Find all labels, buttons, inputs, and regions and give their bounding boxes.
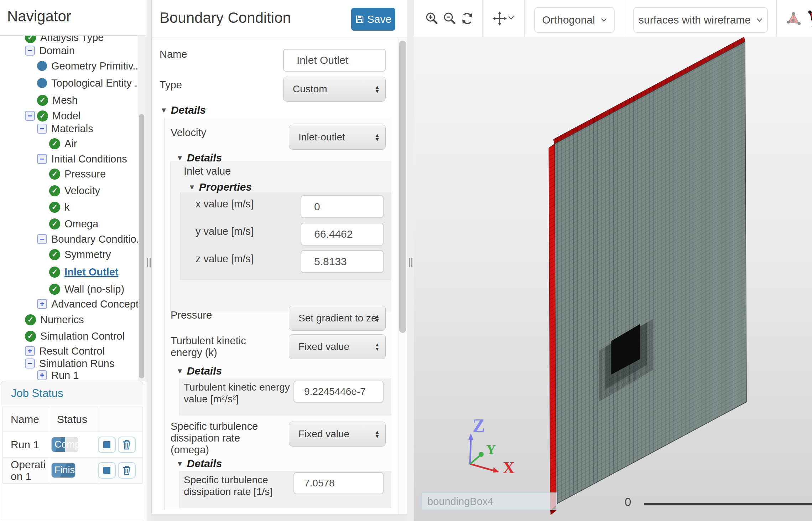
tree-item-omega[interactable]: ✓Omega xyxy=(49,216,98,231)
collapse-icon[interactable]: − xyxy=(25,358,35,368)
stepper-arrows-icon: ▲▼ xyxy=(375,342,380,351)
velocity-select[interactable]: Inlet-outlet ▲▼ xyxy=(289,125,386,150)
navigator-panel: Navigator ✓Analysis Type −Domain Geometr… xyxy=(0,0,146,521)
toolbar-divider xyxy=(482,0,483,37)
y-value-label: y value [m/s] xyxy=(196,226,254,237)
stop-job-button[interactable] xyxy=(98,437,116,453)
chevron-down-icon xyxy=(508,16,514,20)
omega-value-input[interactable] xyxy=(293,472,384,494)
tree-item-run-1[interactable]: +Run 1 xyxy=(37,368,79,382)
navigator-tree: ✓Analysis Type −Domain Geometry Primitiv… xyxy=(0,36,146,382)
toolbar-divider xyxy=(626,0,626,37)
move-tool-button[interactable] xyxy=(491,11,509,26)
z-value-input[interactable] xyxy=(301,250,384,273)
details-section-toggle[interactable]: ▼Details xyxy=(160,104,206,116)
tree-item-boundary-conditions[interactable]: −Boundary Conditio... xyxy=(37,232,145,247)
tree-item-wall-no-slip[interactable]: ✓Wall (no-slip) xyxy=(49,282,124,296)
expand-icon[interactable]: + xyxy=(37,299,47,309)
progress-badge: Computing xyxy=(51,437,78,452)
mesh-quality-button[interactable] xyxy=(786,11,801,27)
job-actions xyxy=(97,432,142,457)
resize-grip-icon[interactable] xyxy=(551,505,556,510)
omega-value-label: Specific turbulence dissipation rate [1/… xyxy=(184,474,291,497)
job-status-header: Job Status xyxy=(1,381,143,405)
view-mode-button[interactable]: Orthogonal xyxy=(534,7,615,33)
properties-section-toggle[interactable]: ▼Properties xyxy=(188,181,252,193)
tree-item-k[interactable]: ✓k xyxy=(49,200,70,215)
stop-job-button[interactable] xyxy=(98,462,116,479)
toolbar-divider xyxy=(524,0,525,37)
zoom-out-button[interactable] xyxy=(442,11,457,26)
collapse-icon[interactable]: − xyxy=(25,46,35,56)
tree-item-pressure[interactable]: ✓Pressure xyxy=(49,166,106,181)
collapse-icon[interactable]: − xyxy=(37,154,47,164)
tke-value-label: Turbulent kinetic energy value [m²/s²] xyxy=(184,381,291,405)
refresh-icon xyxy=(460,11,475,26)
collapse-icon[interactable]: − xyxy=(37,124,47,134)
mesh-clip-button[interactable] xyxy=(805,10,812,29)
expand-icon[interactable]: + xyxy=(25,346,35,356)
tree-item-geometry-primitives[interactable]: Geometry Primitiv... xyxy=(37,58,141,73)
tree-item-initial-conditions[interactable]: −Initial Conditions xyxy=(37,151,127,166)
details-section-toggle[interactable]: ▼Details xyxy=(176,365,222,377)
collapse-icon[interactable]: − xyxy=(25,111,35,121)
tree-item-numerics[interactable]: ✓Numerics xyxy=(25,312,84,327)
inlet-face-left-edge[interactable] xyxy=(549,144,556,510)
name-input[interactable] xyxy=(283,49,386,72)
job-actions xyxy=(97,458,142,483)
column-header-name: Name xyxy=(3,407,49,432)
tke-select[interactable]: Fixed value ▲▼ xyxy=(289,334,386,359)
zoom-in-button[interactable] xyxy=(424,11,439,26)
axis-triad: Z X Y xyxy=(468,416,515,477)
render-mode-button[interactable]: surfaces with wireframe xyxy=(633,7,768,33)
job-progress: Computing xyxy=(49,432,97,457)
check-icon: ✓ xyxy=(49,284,60,295)
check-icon: ✓ xyxy=(49,202,60,213)
expand-icon[interactable]: + xyxy=(37,370,47,380)
3d-scene[interactable]: Z X Y boundingBox4 0 xyxy=(414,37,812,521)
tke-label: Turbulent kinetic energy (k) xyxy=(171,335,277,358)
tetrahedron-icon xyxy=(786,11,801,27)
tree-item-air[interactable]: ✓Air xyxy=(49,136,77,151)
x-value-input[interactable] xyxy=(301,195,384,218)
panel-splitter[interactable] xyxy=(407,0,414,521)
type-label: Type xyxy=(160,79,182,91)
delete-job-button[interactable] xyxy=(118,437,136,453)
velocity-label: Velocity xyxy=(171,127,206,139)
move-tool-dropdown[interactable] xyxy=(507,15,515,21)
pressure-select[interactable]: Set gradient to ze ▲▼ xyxy=(289,306,386,331)
scale-bar xyxy=(644,503,812,505)
omega-select[interactable]: Fixed value ▲▼ xyxy=(289,422,386,447)
check-icon: ✓ xyxy=(25,331,36,342)
tree-item-symmetry[interactable]: ✓Symmetry xyxy=(49,247,111,262)
progress-badge: Finished xyxy=(51,463,76,478)
save-button[interactable]: Save xyxy=(351,8,395,31)
tree-item-advanced-concepts[interactable]: +Advanced Concepts xyxy=(37,296,144,311)
tke-value-input[interactable] xyxy=(293,381,384,403)
delete-job-button[interactable] xyxy=(118,462,136,479)
reset-view-button[interactable] xyxy=(459,11,475,26)
check-icon: ✓ xyxy=(49,218,60,229)
details-section-toggle[interactable]: ▼Details xyxy=(176,152,222,164)
type-select[interactable]: Custom ▲▼ xyxy=(283,77,386,102)
tree-item-velocity[interactable]: ✓Velocity xyxy=(49,183,100,198)
tree-item-mesh[interactable]: ✓Mesh xyxy=(37,93,78,108)
details-section-toggle[interactable]: ▼Details xyxy=(176,458,222,470)
bounding-box-name-input[interactable]: boundingBox4 xyxy=(421,492,557,510)
tree-item-inlet-outlet[interactable]: ✓Inlet Outlet xyxy=(49,264,118,279)
y-value-input[interactable] xyxy=(301,223,384,246)
tree-scrollbar-thumb[interactable] xyxy=(139,114,144,378)
tree-item-simulation-control[interactable]: ✓Simulation Control xyxy=(25,329,125,344)
check-icon: ✓ xyxy=(49,169,60,180)
tree-item-topological-entity[interactable]: Topological Entity ... xyxy=(37,76,143,91)
collapse-icon[interactable]: − xyxy=(37,234,47,244)
check-icon: ✓ xyxy=(25,314,36,325)
tree-item-domain[interactable]: −Domain xyxy=(25,43,75,58)
mesh-surface[interactable] xyxy=(555,42,746,504)
node-icon xyxy=(37,78,47,88)
tree-item-materials[interactable]: −Materials xyxy=(37,121,93,136)
form-scrollbar-thumb[interactable] xyxy=(399,41,406,333)
editor-header: Boundary Condition Save xyxy=(152,0,407,37)
inlet-value-label: Inlet value xyxy=(184,165,231,177)
panel-splitter[interactable] xyxy=(146,0,151,521)
